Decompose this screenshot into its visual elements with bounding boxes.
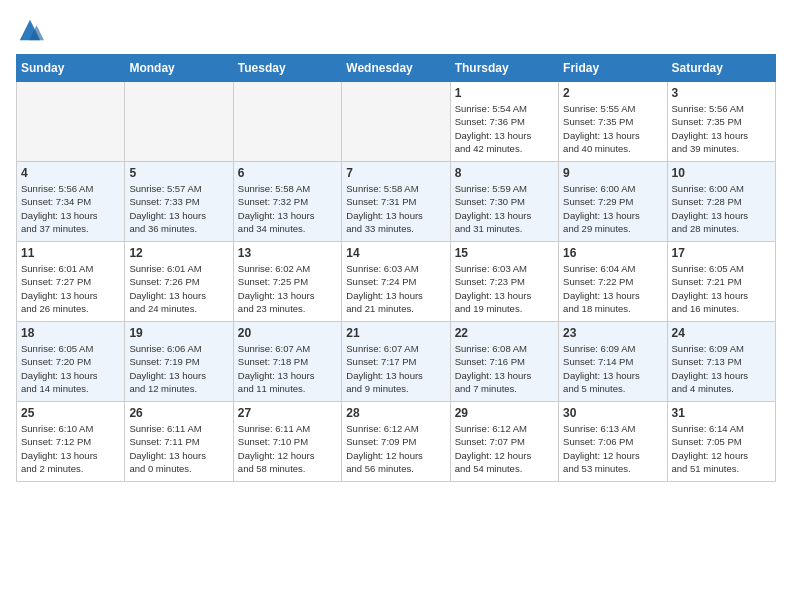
day-info: Sunrise: 6:10 AM Sunset: 7:12 PM Dayligh… (21, 422, 120, 475)
day-number: 2 (563, 86, 662, 100)
day-info: Sunrise: 6:00 AM Sunset: 7:29 PM Dayligh… (563, 182, 662, 235)
day-info: Sunrise: 6:08 AM Sunset: 7:16 PM Dayligh… (455, 342, 554, 395)
day-info: Sunrise: 6:12 AM Sunset: 7:09 PM Dayligh… (346, 422, 445, 475)
calendar-cell: 6Sunrise: 5:58 AM Sunset: 7:32 PM Daylig… (233, 162, 341, 242)
calendar-cell: 10Sunrise: 6:00 AM Sunset: 7:28 PM Dayli… (667, 162, 775, 242)
day-number: 27 (238, 406, 337, 420)
day-info: Sunrise: 5:57 AM Sunset: 7:33 PM Dayligh… (129, 182, 228, 235)
calendar-cell: 27Sunrise: 6:11 AM Sunset: 7:10 PM Dayli… (233, 402, 341, 482)
calendar-cell (17, 82, 125, 162)
day-info: Sunrise: 5:56 AM Sunset: 7:35 PM Dayligh… (672, 102, 771, 155)
calendar-cell: 3Sunrise: 5:56 AM Sunset: 7:35 PM Daylig… (667, 82, 775, 162)
day-info: Sunrise: 6:05 AM Sunset: 7:20 PM Dayligh… (21, 342, 120, 395)
logo (16, 16, 48, 44)
day-number: 20 (238, 326, 337, 340)
calendar-cell (233, 82, 341, 162)
calendar-cell: 26Sunrise: 6:11 AM Sunset: 7:11 PM Dayli… (125, 402, 233, 482)
day-info: Sunrise: 6:00 AM Sunset: 7:28 PM Dayligh… (672, 182, 771, 235)
day-info: Sunrise: 5:56 AM Sunset: 7:34 PM Dayligh… (21, 182, 120, 235)
day-info: Sunrise: 6:02 AM Sunset: 7:25 PM Dayligh… (238, 262, 337, 315)
weekday-header: Thursday (450, 55, 558, 82)
calendar-cell: 21Sunrise: 6:07 AM Sunset: 7:17 PM Dayli… (342, 322, 450, 402)
weekday-header: Tuesday (233, 55, 341, 82)
calendar-cell: 9Sunrise: 6:00 AM Sunset: 7:29 PM Daylig… (559, 162, 667, 242)
day-info: Sunrise: 6:12 AM Sunset: 7:07 PM Dayligh… (455, 422, 554, 475)
calendar-cell: 17Sunrise: 6:05 AM Sunset: 7:21 PM Dayli… (667, 242, 775, 322)
calendar-cell: 29Sunrise: 6:12 AM Sunset: 7:07 PM Dayli… (450, 402, 558, 482)
day-number: 17 (672, 246, 771, 260)
day-number: 10 (672, 166, 771, 180)
day-info: Sunrise: 6:07 AM Sunset: 7:18 PM Dayligh… (238, 342, 337, 395)
calendar-cell: 24Sunrise: 6:09 AM Sunset: 7:13 PM Dayli… (667, 322, 775, 402)
calendar-week-row: 1Sunrise: 5:54 AM Sunset: 7:36 PM Daylig… (17, 82, 776, 162)
day-info: Sunrise: 6:01 AM Sunset: 7:26 PM Dayligh… (129, 262, 228, 315)
calendar-cell: 31Sunrise: 6:14 AM Sunset: 7:05 PM Dayli… (667, 402, 775, 482)
calendar-cell: 28Sunrise: 6:12 AM Sunset: 7:09 PM Dayli… (342, 402, 450, 482)
weekday-header: Saturday (667, 55, 775, 82)
calendar-table: SundayMondayTuesdayWednesdayThursdayFrid… (16, 54, 776, 482)
weekday-header-row: SundayMondayTuesdayWednesdayThursdayFrid… (17, 55, 776, 82)
calendar-cell: 7Sunrise: 5:58 AM Sunset: 7:31 PM Daylig… (342, 162, 450, 242)
day-number: 1 (455, 86, 554, 100)
day-info: Sunrise: 6:11 AM Sunset: 7:11 PM Dayligh… (129, 422, 228, 475)
day-info: Sunrise: 6:11 AM Sunset: 7:10 PM Dayligh… (238, 422, 337, 475)
day-number: 12 (129, 246, 228, 260)
day-number: 3 (672, 86, 771, 100)
day-number: 23 (563, 326, 662, 340)
weekday-header: Sunday (17, 55, 125, 82)
calendar-cell: 14Sunrise: 6:03 AM Sunset: 7:24 PM Dayli… (342, 242, 450, 322)
calendar-week-row: 11Sunrise: 6:01 AM Sunset: 7:27 PM Dayli… (17, 242, 776, 322)
calendar-cell: 16Sunrise: 6:04 AM Sunset: 7:22 PM Dayli… (559, 242, 667, 322)
day-info: Sunrise: 5:55 AM Sunset: 7:35 PM Dayligh… (563, 102, 662, 155)
day-info: Sunrise: 5:59 AM Sunset: 7:30 PM Dayligh… (455, 182, 554, 235)
calendar-week-row: 4Sunrise: 5:56 AM Sunset: 7:34 PM Daylig… (17, 162, 776, 242)
calendar-cell: 4Sunrise: 5:56 AM Sunset: 7:34 PM Daylig… (17, 162, 125, 242)
day-number: 4 (21, 166, 120, 180)
day-number: 21 (346, 326, 445, 340)
day-number: 30 (563, 406, 662, 420)
day-number: 6 (238, 166, 337, 180)
day-number: 7 (346, 166, 445, 180)
day-number: 16 (563, 246, 662, 260)
calendar-cell: 11Sunrise: 6:01 AM Sunset: 7:27 PM Dayli… (17, 242, 125, 322)
day-number: 24 (672, 326, 771, 340)
day-info: Sunrise: 6:04 AM Sunset: 7:22 PM Dayligh… (563, 262, 662, 315)
weekday-header: Monday (125, 55, 233, 82)
day-number: 29 (455, 406, 554, 420)
calendar-cell: 19Sunrise: 6:06 AM Sunset: 7:19 PM Dayli… (125, 322, 233, 402)
day-number: 18 (21, 326, 120, 340)
weekday-header: Friday (559, 55, 667, 82)
day-number: 13 (238, 246, 337, 260)
day-number: 26 (129, 406, 228, 420)
day-number: 9 (563, 166, 662, 180)
calendar-cell (125, 82, 233, 162)
calendar-cell: 12Sunrise: 6:01 AM Sunset: 7:26 PM Dayli… (125, 242, 233, 322)
calendar-cell: 1Sunrise: 5:54 AM Sunset: 7:36 PM Daylig… (450, 82, 558, 162)
day-number: 25 (21, 406, 120, 420)
day-info: Sunrise: 6:14 AM Sunset: 7:05 PM Dayligh… (672, 422, 771, 475)
day-number: 15 (455, 246, 554, 260)
day-info: Sunrise: 6:06 AM Sunset: 7:19 PM Dayligh… (129, 342, 228, 395)
day-number: 11 (21, 246, 120, 260)
day-info: Sunrise: 6:09 AM Sunset: 7:13 PM Dayligh… (672, 342, 771, 395)
day-info: Sunrise: 5:58 AM Sunset: 7:31 PM Dayligh… (346, 182, 445, 235)
day-number: 19 (129, 326, 228, 340)
day-info: Sunrise: 5:54 AM Sunset: 7:36 PM Dayligh… (455, 102, 554, 155)
day-info: Sunrise: 6:13 AM Sunset: 7:06 PM Dayligh… (563, 422, 662, 475)
calendar-cell: 23Sunrise: 6:09 AM Sunset: 7:14 PM Dayli… (559, 322, 667, 402)
day-info: Sunrise: 6:09 AM Sunset: 7:14 PM Dayligh… (563, 342, 662, 395)
day-info: Sunrise: 6:07 AM Sunset: 7:17 PM Dayligh… (346, 342, 445, 395)
day-number: 22 (455, 326, 554, 340)
calendar-week-row: 18Sunrise: 6:05 AM Sunset: 7:20 PM Dayli… (17, 322, 776, 402)
weekday-header: Wednesday (342, 55, 450, 82)
calendar-cell: 2Sunrise: 5:55 AM Sunset: 7:35 PM Daylig… (559, 82, 667, 162)
calendar-cell: 30Sunrise: 6:13 AM Sunset: 7:06 PM Dayli… (559, 402, 667, 482)
calendar-cell: 18Sunrise: 6:05 AM Sunset: 7:20 PM Dayli… (17, 322, 125, 402)
calendar-cell: 22Sunrise: 6:08 AM Sunset: 7:16 PM Dayli… (450, 322, 558, 402)
day-number: 31 (672, 406, 771, 420)
day-info: Sunrise: 6:03 AM Sunset: 7:24 PM Dayligh… (346, 262, 445, 315)
day-info: Sunrise: 6:01 AM Sunset: 7:27 PM Dayligh… (21, 262, 120, 315)
calendar-cell (342, 82, 450, 162)
day-number: 8 (455, 166, 554, 180)
calendar-cell: 15Sunrise: 6:03 AM Sunset: 7:23 PM Dayli… (450, 242, 558, 322)
